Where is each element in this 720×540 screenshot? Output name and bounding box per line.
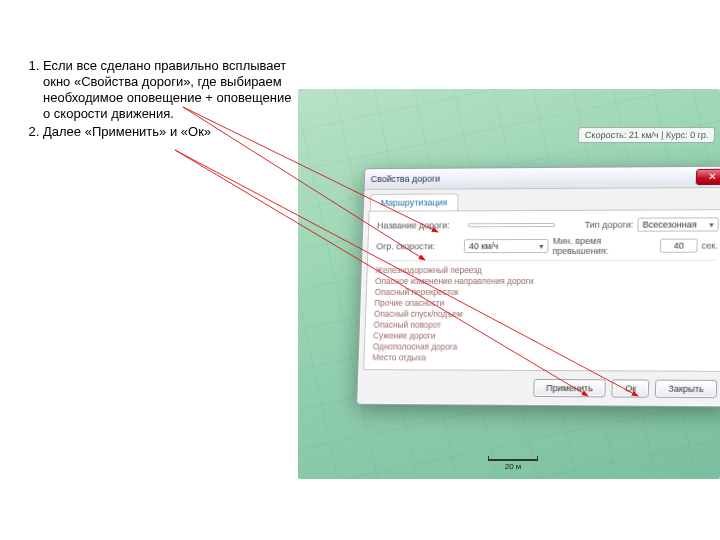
tab-strip: Маршрутизация: [364, 188, 720, 211]
apply-button[interactable]: Применить: [533, 379, 606, 397]
map-screen: Скорость: 21 км/ч | Курс: 0 гр. Свойства…: [298, 89, 720, 479]
min-time-input[interactable]: 40: [660, 239, 698, 253]
status-pill: Скорость: 21 км/ч | Курс: 0 гр.: [577, 127, 715, 143]
list-item[interactable]: Прочие опасности: [374, 298, 716, 309]
road-name-label: Название дороги:: [377, 220, 464, 230]
list-item[interactable]: Опасный поворот: [373, 320, 715, 332]
alert-options-list: Железнодорожный переезд Опасное изменени…: [372, 260, 717, 365]
dialog-footer: Применить Ок Закрыть: [357, 370, 720, 406]
road-name-input[interactable]: [468, 223, 556, 227]
list-item[interactable]: Железнодорожный переезд: [375, 265, 717, 276]
list-item[interactable]: Место отдыха: [372, 352, 714, 364]
instruction-text: Если все сделано правильно всплывает окн…: [18, 58, 293, 142]
list-item[interactable]: Опасный перекресток: [375, 287, 717, 298]
map-scale: 20 м: [488, 459, 538, 471]
speed-limit-select[interactable]: 40 км/ч: [464, 239, 549, 253]
road-type-label: Тип дороги:: [584, 220, 633, 230]
close-icon: ✕: [708, 172, 717, 182]
dialog-body: Название дороги: Тип дороги: Всесезонная…: [363, 209, 720, 372]
dialog-titlebar: Свойства дороги ✕: [365, 167, 720, 190]
list-item[interactable]: Опасный спуск/подъем: [374, 309, 716, 321]
min-time-label: Мин. время превышения:: [552, 236, 656, 256]
road-properties-dialog: Свойства дороги ✕ Маршрутизация Название…: [356, 166, 720, 408]
instruction-item-2: Далее «Применить» и «Ок»: [43, 124, 293, 140]
dialog-title: Свойства дороги: [371, 172, 696, 184]
min-time-unit: сек.: [702, 241, 719, 251]
instruction-item-1: Если все сделано правильно всплывает окн…: [43, 58, 293, 122]
close-button[interactable]: ✕: [696, 169, 720, 185]
ok-button[interactable]: Ок: [612, 379, 650, 397]
road-type-select[interactable]: Всесезонная: [637, 217, 719, 231]
speed-limit-label: Огр. скорости:: [376, 241, 460, 251]
tab-routing[interactable]: Маршрутизация: [370, 193, 459, 210]
list-item[interactable]: Опасное изменение направления дороги: [375, 276, 717, 287]
cancel-button[interactable]: Закрыть: [655, 380, 717, 399]
